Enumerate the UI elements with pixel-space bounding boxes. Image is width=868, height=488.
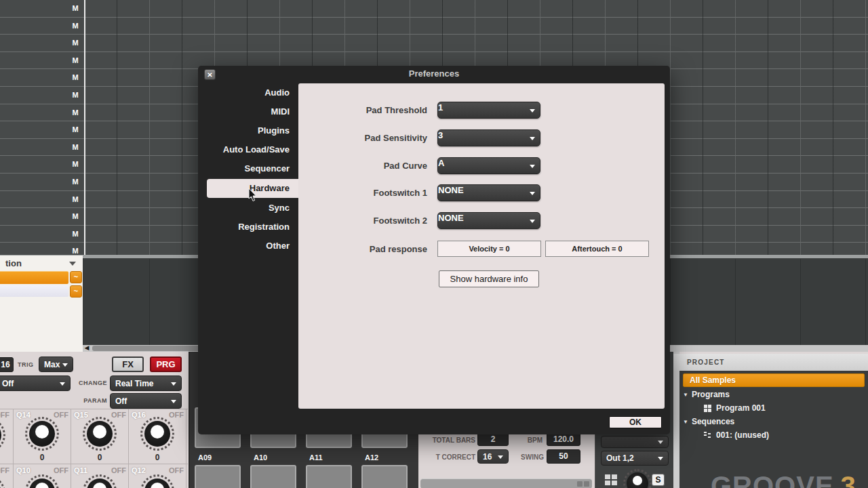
qlink-assign-dropdown[interactable]: Off: [0, 375, 71, 391]
trig-dropdown[interactable]: Max: [39, 357, 73, 372]
prg-button[interactable]: PRG: [150, 357, 182, 372]
tree-item-sequence-001[interactable]: 001: (unused): [716, 430, 769, 441]
program-select-dropdown[interactable]: [601, 436, 669, 448]
drum-pad[interactable]: [250, 465, 296, 488]
mute-button[interactable]: M: [68, 156, 83, 174]
divider: [0, 409, 188, 409]
chevron-down-icon[interactable]: ▼: [683, 419, 688, 425]
automation-row-selected[interactable]: [0, 271, 68, 284]
tab-other[interactable]: Other: [198, 237, 298, 256]
divider: [13, 409, 14, 488]
mute-button[interactable]: M: [68, 121, 83, 139]
mute-button[interactable]: M: [68, 104, 83, 122]
tree-item-sequences[interactable]: ▼Sequences: [683, 416, 734, 428]
mute-button[interactable]: M: [68, 69, 83, 87]
qlink-label: Q12: [132, 466, 146, 474]
status-bar-button[interactable]: [584, 481, 589, 487]
bpm-value[interactable]: 120.0: [547, 432, 580, 446]
tree-item-all-samples[interactable]: All Samples: [683, 373, 865, 387]
mute-button[interactable]: M: [68, 208, 83, 226]
ok-button[interactable]: OK: [609, 416, 662, 428]
automation-panel-title: tion: [5, 257, 66, 270]
param-value: Off: [115, 394, 127, 408]
tab-audio[interactable]: Audio: [198, 83, 298, 102]
pad-grid-icon[interactable]: [605, 474, 618, 487]
mute-button[interactable]: M: [68, 174, 83, 191]
solo-button[interactable]: S: [652, 474, 665, 486]
scroll-left-arrow-icon[interactable]: ◀: [83, 344, 91, 352]
program-icon: [704, 405, 712, 413]
chevron-down-icon: [530, 165, 535, 168]
preferences-dialog: Preferences ✕ Audio MIDI Plugins Auto Lo…: [198, 66, 670, 434]
mute-button[interactable]: M: [68, 87, 83, 104]
dialog-title: Preferences: [198, 68, 670, 79]
mute-button[interactable]: M: [68, 226, 83, 243]
param-dropdown[interactable]: Off: [110, 393, 182, 409]
mute-button[interactable]: M: [68, 139, 83, 157]
mute-button[interactable]: M: [68, 52, 83, 70]
tree-item-programs[interactable]: ▼Programs: [683, 389, 730, 401]
tab-auto-load-save[interactable]: Auto Load/Save: [198, 140, 298, 159]
trig-value: Max: [44, 357, 60, 371]
divider: [71, 409, 71, 488]
pad-curve-dropdown[interactable]: A: [437, 157, 540, 174]
output-dropdown[interactable]: Out 1,2: [601, 451, 669, 466]
mute-button[interactable]: M: [68, 18, 83, 35]
tree-item-program-001[interactable]: Program 001: [716, 403, 766, 414]
footswitch1-label: Footswitch 1: [298, 184, 427, 201]
tcorrect-dropdown[interactable]: 16: [477, 449, 509, 464]
automation-curve-button[interactable]: ~: [70, 271, 82, 283]
groove3-logo: GROOVE3: [711, 471, 856, 488]
param-label: PARAM: [68, 393, 107, 409]
qlink-off-label: OFF: [102, 466, 126, 474]
tab-registration[interactable]: Registration: [198, 218, 298, 237]
footswitch1-dropdown[interactable]: NONE: [437, 184, 540, 201]
chevron-down-icon: [530, 192, 535, 195]
pad-threshold-dropdown[interactable]: 1: [437, 102, 540, 119]
total-bars-value[interactable]: 2: [477, 432, 509, 446]
qlink-knob[interactable]: [25, 417, 59, 451]
chevron-down-icon[interactable]: [69, 262, 76, 266]
close-icon[interactable]: ✕: [204, 69, 216, 80]
drum-pad[interactable]: [361, 465, 408, 488]
footswitch1-value: NONE: [438, 185, 464, 195]
change-dropdown[interactable]: Real Time: [110, 375, 182, 391]
qlink-knob[interactable]: [83, 417, 117, 451]
app-window: M M M M M M M M M M M M M M M ◀ tion ~ ~…: [0, 0, 868, 488]
pad-label: A10: [254, 453, 267, 462]
playhead-line[interactable]: [84, 0, 85, 256]
qlink-value: 0: [28, 453, 56, 462]
tab-sequencer[interactable]: Sequencer: [198, 159, 298, 178]
automation-row[interactable]: [0, 285, 68, 297]
tab-midi[interactable]: MIDI: [198, 102, 298, 121]
qlink-label: Q15: [74, 411, 88, 419]
drum-pad[interactable]: [195, 465, 241, 488]
output-value: Out 1,2: [606, 451, 634, 465]
bars-value-box[interactable]: 16: [0, 357, 14, 372]
chevron-down-icon[interactable]: ▼: [683, 392, 688, 398]
automation-curve-button[interactable]: ~: [70, 285, 82, 298]
mute-button[interactable]: M: [68, 191, 83, 209]
trig-label: TRIG: [18, 357, 34, 372]
qlink-label: Q11: [74, 466, 87, 474]
divider: [128, 409, 129, 488]
mute-button[interactable]: M: [68, 0, 83, 18]
qlink-off-label: OFF: [0, 466, 9, 474]
drum-pad[interactable]: [306, 465, 352, 488]
footswitch2-dropdown[interactable]: NONE: [437, 212, 540, 229]
change-value: Real Time: [115, 376, 153, 390]
fx-button[interactable]: FX: [112, 357, 144, 372]
qlink-knob[interactable]: [140, 417, 174, 451]
chevron-down-icon: [530, 220, 535, 223]
swing-value[interactable]: 50: [547, 449, 580, 464]
status-bar-button[interactable]: [577, 481, 583, 487]
pad-curve-label: Pad Curve: [298, 157, 427, 174]
velocity-button[interactable]: Velocity = 0: [437, 241, 541, 257]
aftertouch-button[interactable]: Aftertouch = 0: [545, 241, 649, 257]
pad-sensitivity-dropdown[interactable]: 3: [437, 129, 540, 146]
tab-plugins[interactable]: Plugins: [198, 121, 298, 140]
show-hardware-info-button[interactable]: Show hardware info: [439, 270, 539, 287]
footswitch2-value: NONE: [438, 213, 464, 223]
mute-button[interactable]: M: [68, 35, 83, 52]
status-bar: [420, 479, 592, 488]
